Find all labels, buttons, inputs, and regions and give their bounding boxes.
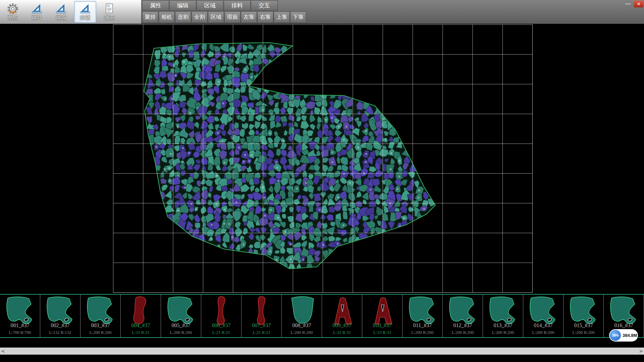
part-card[interactable]: 010_#37L:33 R:33 [362,295,402,337]
tool-button-3[interactable]: 选割 [175,11,191,23]
report-icon [103,3,115,15]
part-name: 004_#37 [121,322,161,328]
part-name: 007_#37 [241,322,281,328]
part-shape [607,295,641,326]
part-name: 002_#37 [40,322,80,328]
app-tab-1[interactable]: 系统 [2,1,24,23]
part-name: 016_#37 [604,322,644,328]
part-name: 005_#37 [161,322,201,328]
part-card[interactable]: 011_#37L:200 R:200 [402,295,443,337]
part-lr-count: L:33 R:33 [362,330,402,335]
part-shape [164,295,198,326]
nesting-canvas[interactable] [0,24,644,294]
tool-button-2[interactable]: 相机 [159,11,175,23]
part-card[interactable]: 009_#37L:32 R:31 [322,295,362,337]
close-button[interactable]: ✕ [634,1,643,7]
part-lr-count: L:132 R:132 [40,330,80,335]
part-shape [406,295,439,326]
part-card[interactable]: 001_#37L:700 R:700 [0,295,40,337]
menu-bar-secondary: 聚排相机选割全割区域瑕疵左靠右靠上靠下靠 [142,11,307,23]
menu-bar-primary: 属性编辑区域排料交互 [142,0,278,11]
app-tab-label: 设计 [32,14,42,21]
part-lr-count: L:200 R:200 [161,330,201,335]
part-card[interactable]: 005_#37L:200 R:200 [161,295,201,337]
gear-icon [7,3,19,15]
setsquare-icon [55,3,67,15]
progress-circle: 38% [610,330,621,341]
app-tab-label: 系统 [7,14,18,21]
memory-status-badge: 38% 384.8M [609,329,638,342]
leather-hide-layout[interactable] [0,24,644,294]
part-name: 009_#37 [322,322,362,328]
part-shape [567,295,600,326]
part-shape [325,295,359,326]
tool-button-8[interactable]: 右靠 [257,11,273,23]
tool-button-1[interactable]: 聚排 [142,11,158,23]
part-card[interactable]: 015_#37L:200 R:200 [564,295,604,337]
part-shape [3,295,37,326]
part-shape [285,295,319,326]
app-tab-5[interactable]: 报表 [98,1,120,23]
menu-button-2[interactable]: 编辑 [169,0,196,11]
part-card[interactable]: 012_#37L:200 R:200 [443,295,483,337]
part-shape [366,295,399,326]
tool-button-10[interactable]: 下靠 [290,11,306,23]
part-shape [205,295,238,326]
app-tab-3[interactable]: 设置 [50,1,72,23]
part-lr-count: L:21 R:21 [241,330,281,335]
top-toolbar: 系统设计设置排版报表 属性编辑区域排料交互 聚排相机选割全割区域瑕疵左靠右靠上靠… [0,0,644,24]
part-shape [84,295,117,326]
part-card[interactable]: 002_#37L:132 R:132 [40,295,80,337]
app-tab-bar: 系统设计设置排版报表 [0,0,142,24]
menu-button-3[interactable]: 区域 [197,0,223,11]
menu-button-4[interactable]: 排料 [224,0,251,11]
part-name: 001_#37 [0,322,40,328]
part-lr-count: L:21 R:21 [201,330,241,335]
scroll-left-arrow[interactable]: < [0,348,6,355]
part-card[interactable]: 008_#37L:200 R:200 [282,295,322,337]
part-name: 015_#37 [564,322,603,328]
part-lr-count: L:700 R:700 [0,330,40,335]
part-shape [124,295,158,326]
tool-button-7[interactable]: 左靠 [241,11,257,23]
part-lr-count: L:32 R:31 [322,330,362,335]
minimize-button[interactable]: — [624,1,632,7]
part-name: 003_#37 [80,322,120,328]
part-name: 014_#37 [523,322,563,328]
tool-button-4[interactable]: 全割 [192,11,208,23]
part-name: 006_#37 [201,322,241,328]
part-card[interactable]: 004_#37L:31 R:31 [121,295,161,337]
app-tab-label: 排版 [80,14,91,21]
part-lr-count: L:200 R:200 [564,330,603,335]
part-shape [527,295,560,326]
parts-strip: 001_#37L:700 R:700002_#37L:132 R:132003_… [0,294,644,338]
scroll-right-arrow[interactable]: > [638,348,644,355]
menu-button-1[interactable]: 属性 [142,0,169,11]
setsquare-icon [31,3,43,15]
menu-button-5[interactable]: 交互 [251,0,278,11]
part-name: 012_#37 [443,322,483,328]
part-card[interactable]: 014_#37L:200 R:200 [523,295,564,337]
part-name: 010_#37 [362,322,402,328]
part-lr-count: L:200 R:200 [80,330,120,335]
part-lr-count: L:200 R:200 [483,330,523,335]
setsquare-icon [79,3,91,15]
part-card[interactable]: 013_#37L:200 R:200 [483,295,523,337]
part-card[interactable]: 006_#37L:21 R:21 [201,295,241,337]
memory-text: 384.8M [623,333,637,338]
part-shape [44,295,77,326]
horizontal-scrollbar[interactable]: < > [0,348,644,355]
part-card[interactable]: 003_#37L:200 R:200 [80,295,121,337]
part-lr-count: L:200 R:200 [443,330,483,335]
app-tab-4[interactable]: 排版 [74,1,96,23]
app-tab-2[interactable]: 设计 [26,1,48,23]
app-tab-label: 设置 [56,14,66,21]
part-name: 008_#37 [282,322,322,328]
tool-button-5[interactable]: 区域 [208,11,224,23]
part-lr-count: L:31 R:31 [121,330,161,335]
tool-button-6[interactable]: 瑕疵 [224,11,240,23]
part-shape [245,295,278,326]
part-card[interactable]: 007_#37L:21 R:21 [241,295,282,337]
tool-button-9[interactable]: 上靠 [274,11,290,23]
part-shape [486,295,520,326]
